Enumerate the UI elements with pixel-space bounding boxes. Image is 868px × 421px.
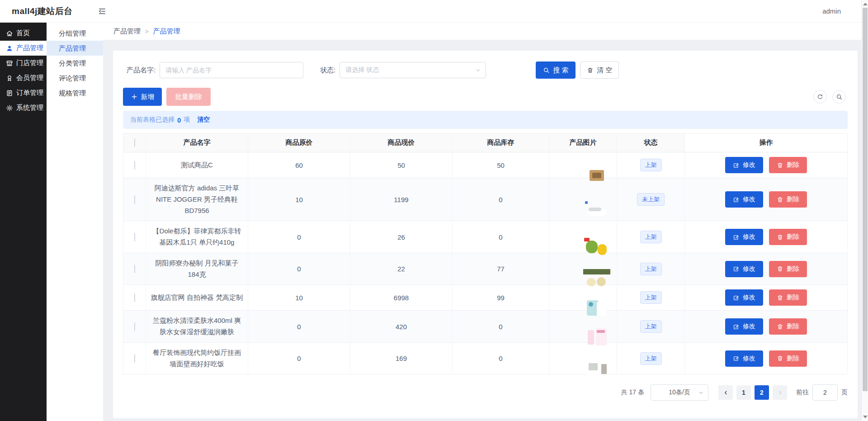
product-name-cell: 餐厅装饰画现代简约饭厅挂画墙面壁画好好吃饭: [146, 342, 248, 374]
scroll-down-icon[interactable]: [863, 416, 868, 418]
edit-button[interactable]: 修改: [725, 191, 763, 208]
selection-clear-link[interactable]: 清空: [197, 116, 210, 124]
scroll-up-icon[interactable]: [863, 3, 868, 5]
trash-icon: [777, 294, 783, 301]
scrollbar-thumb[interactable]: [863, 8, 868, 391]
vertical-scrollbar[interactable]: [861, 0, 868, 421]
product-name-cell: 旗舰店官网 自拍神器 梵高定制: [146, 285, 248, 311]
sidebar-item-订单管理[interactable]: 订单管理: [0, 85, 47, 100]
row-checkbox[interactable]: [134, 233, 135, 241]
edit-button[interactable]: 修改: [725, 289, 763, 306]
submenu-item-产品管理[interactable]: 产品管理: [47, 41, 103, 56]
row-checkbox[interactable]: [134, 322, 135, 331]
clear-filters-button[interactable]: 清 空: [580, 61, 619, 79]
row-select-cell: [123, 311, 146, 343]
delete-button-label: 删除: [787, 355, 799, 363]
column-header-产品名字: 产品名字: [146, 133, 248, 152]
topbar: mall4j建站后台 admin: [0, 0, 868, 23]
sidebar-item-系统管理[interactable]: 系统管理: [0, 100, 47, 115]
edit-button[interactable]: 修改: [725, 229, 763, 245]
sidebar-item-产品管理[interactable]: 产品管理: [0, 41, 47, 56]
breadcrumb-item-current[interactable]: 产品管理: [153, 27, 180, 36]
status-badge: 上架: [640, 263, 662, 275]
row-checkbox[interactable]: [134, 354, 135, 363]
column-header-商品原价: 商品原价: [248, 133, 350, 152]
sidebar-item-label: 会员管理: [16, 74, 43, 82]
page-size-select[interactable]: 10条/页: [651, 384, 708, 401]
breadcrumb-item-parent[interactable]: 产品管理: [113, 27, 141, 36]
search-icon: [543, 67, 550, 74]
edit-button[interactable]: 修改: [725, 350, 763, 367]
sidebar-item-首页[interactable]: 首页: [0, 26, 47, 41]
submenu-item-评论管理[interactable]: 评论管理: [47, 71, 103, 85]
delete-button[interactable]: 删除: [769, 350, 807, 367]
product-name-input[interactable]: [160, 62, 303, 78]
edit-icon: [733, 162, 740, 169]
delete-button-label: 删除: [787, 293, 799, 302]
submenu-item-分组管理[interactable]: 分组管理: [47, 26, 103, 41]
edit-button-label: 修改: [743, 161, 755, 169]
status-cell: 上架: [617, 221, 685, 253]
select-all-header: [123, 133, 146, 152]
current-user[interactable]: admin: [822, 7, 841, 15]
row-select-cell: [123, 178, 146, 221]
delete-button[interactable]: 删除: [769, 229, 807, 245]
row-select-cell: [123, 285, 146, 311]
delete-button[interactable]: 删除: [769, 289, 807, 306]
product-name-cell: 【Dole都乐】菲律宾都乐非转基因木瓜1只 单只约410g: [146, 221, 248, 253]
sidebar-item-门店管理[interactable]: 门店管理: [0, 56, 47, 71]
submenu-item-规格管理[interactable]: 规格管理: [47, 85, 103, 100]
select-all-checkbox[interactable]: [134, 138, 135, 147]
sidebar-item-会员管理[interactable]: 会员管理: [0, 71, 47, 85]
goto-label: 前往: [796, 388, 809, 397]
delete-button-label: 删除: [787, 265, 799, 273]
product-image-cell: [549, 311, 617, 343]
search-button[interactable]: 搜 索: [536, 61, 576, 79]
table-row: 餐厅装饰画现代简约饭厅挂画墙面壁画好好吃饭01690上架修改删除: [123, 342, 848, 374]
row-checkbox[interactable]: [134, 195, 135, 204]
goto-page-input[interactable]: [812, 384, 838, 401]
trash-icon: [587, 67, 594, 74]
chevron-down-icon: [698, 390, 704, 396]
actions-cell: 修改删除: [685, 253, 848, 285]
table-row: 旗舰店官网 自拍神器 梵高定制10699899上架修改删除: [123, 285, 848, 311]
row-checkbox[interactable]: [134, 293, 135, 302]
sidebar-collapse-icon[interactable]: [98, 7, 106, 15]
delete-button[interactable]: 删除: [769, 318, 807, 335]
refresh-button[interactable]: [813, 90, 827, 104]
actions-cell: 修改删除: [685, 285, 848, 311]
status-select[interactable]: 请选择 状态: [340, 62, 486, 78]
product-name-label: 产品名字:: [127, 66, 156, 75]
delete-button[interactable]: 删除: [769, 191, 807, 208]
delete-button-label: 删除: [787, 233, 799, 241]
delete-button[interactable]: 删除: [769, 157, 807, 173]
edit-button[interactable]: 修改: [725, 318, 763, 335]
edit-icon: [733, 196, 740, 203]
table-header-row: 产品名字商品原价商品现价商品库存产品图片状态操作: [123, 133, 848, 152]
current-price-cell: 420: [350, 311, 453, 343]
next-page-button[interactable]: [773, 385, 787, 400]
main-area: 产品管理 > 产品管理 产品名字: 状态: 请选择 状态 搜 索 清 空: [103, 23, 868, 421]
page-number-2[interactable]: 2: [755, 385, 769, 400]
column-header-操作: 操作: [685, 133, 848, 152]
batch-delete-button[interactable]: 批量删除: [166, 88, 211, 106]
edit-icon: [733, 323, 740, 330]
delete-button[interactable]: 删除: [769, 261, 807, 277]
trash-icon: [777, 355, 783, 362]
row-select-cell: [123, 152, 146, 178]
edit-button[interactable]: 修改: [725, 261, 763, 277]
page-number-1[interactable]: 1: [736, 385, 751, 400]
original-price-cell: 10: [248, 178, 350, 221]
breadcrumb: 产品管理 > 产品管理: [103, 23, 868, 40]
row-checkbox[interactable]: [134, 265, 135, 273]
row-checkbox[interactable]: [134, 161, 135, 170]
edit-button-label: 修改: [743, 322, 755, 331]
current-price-cell: 169: [350, 342, 453, 374]
delete-button-label: 删除: [787, 195, 799, 203]
submenu-item-分类管理[interactable]: 分类管理: [47, 56, 103, 71]
edit-button[interactable]: 修改: [725, 157, 763, 173]
table-search-button[interactable]: [832, 90, 846, 104]
add-product-button[interactable]: 新增: [123, 88, 162, 106]
delete-button-label: 删除: [787, 322, 799, 331]
prev-page-button[interactable]: [718, 385, 733, 400]
